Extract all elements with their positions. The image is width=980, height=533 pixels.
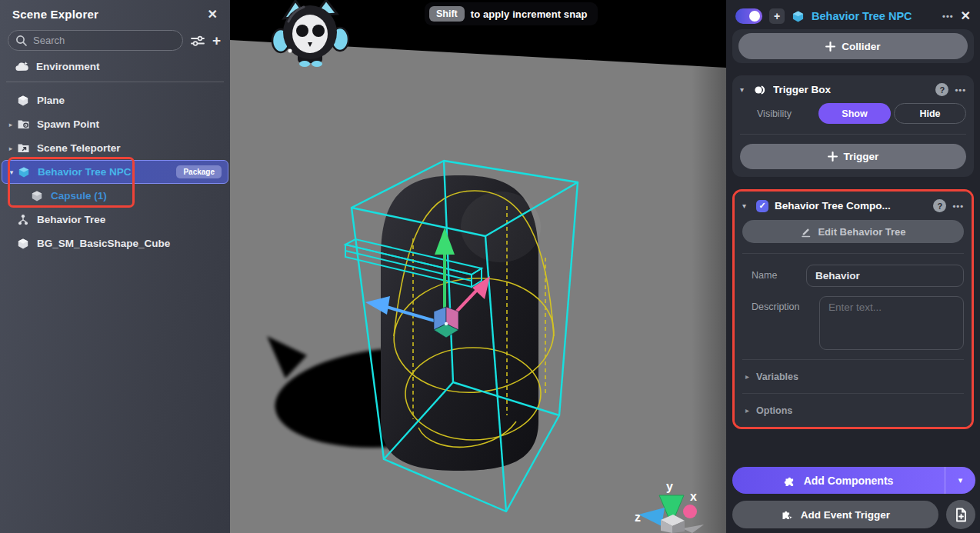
pencil-icon (800, 226, 812, 238)
inspector-actions: Add Components ▾ Add Event Trigger (732, 467, 975, 529)
cube-icon (18, 165, 31, 178)
chevron-down-icon[interactable]: ▾ (740, 85, 748, 94)
add-script-button[interactable] (946, 500, 975, 529)
teleporter-icon (17, 142, 30, 155)
scene-explorer-panel: Scene Explorer ✕ + (0, 0, 230, 533)
more-options-icon[interactable]: ••• (952, 202, 964, 211)
cube-icon (17, 94, 30, 107)
add-trigger-button[interactable]: Trigger (740, 144, 966, 169)
name-label: Name (742, 265, 806, 287)
sidebar-item-label: Environment (36, 61, 100, 72)
inspector-title: Behavior Tree NPC (812, 10, 935, 22)
add-collider-button[interactable]: Collider (738, 33, 968, 59)
sidebar-item-environment[interactable]: Environment (0, 51, 230, 72)
cube-icon (31, 189, 44, 202)
section-title: Trigger Box (773, 84, 929, 95)
annotation-highlight-behavior-component: ▾ ✓ Behavior Tree Compo... ? ••• Edit Be… (732, 189, 974, 429)
hide-button[interactable]: Hide (894, 103, 966, 124)
file-plus-icon (955, 508, 968, 522)
divider (740, 134, 966, 135)
cube-icon (17, 237, 30, 250)
chevron-right-icon[interactable]: ▸ (5, 121, 17, 128)
package-badge: Package (176, 165, 222, 178)
add-components-button[interactable]: Add Components ▾ (732, 467, 975, 494)
component-checkbox[interactable]: ✓ (756, 200, 768, 212)
name-field[interactable] (806, 265, 964, 287)
sidebar-item-behavior-tree-npc[interactable]: ▾ Behavior Tree NPC Package (2, 160, 228, 184)
trigger-box-card: ▾ Trigger Box ? ••• Visibility Show Hide (732, 75, 974, 177)
axis-x-label: x (690, 490, 697, 503)
cube-icon (792, 10, 805, 23)
inspector-panel: + Behavior Tree NPC ••• ✕ Collider ▾ (726, 0, 980, 533)
environment-icon (15, 61, 29, 72)
editor-window: Scene Explorer ✕ + (0, 0, 980, 533)
spawn-point-icon (17, 118, 30, 131)
divider (742, 253, 964, 254)
sidebar-item-behavior-tree[interactable]: Behavior Tree (2, 208, 228, 232)
collider-card: Collider (732, 29, 974, 63)
sidebar-item-plane[interactable]: Plane (2, 88, 228, 112)
chevron-right-icon: ▸ (745, 406, 749, 415)
sidebar-item-capsule[interactable]: Capsule (1) (2, 184, 228, 208)
plus-icon (825, 42, 835, 52)
viewport-3d[interactable]: y x z (230, 0, 726, 533)
behavior-tree-icon (17, 213, 30, 226)
more-options-icon[interactable]: ••• (942, 12, 954, 21)
chevron-right-icon[interactable]: ▸ (5, 145, 17, 152)
chevron-down-icon[interactable]: ▾ (742, 202, 750, 210)
scene-explorer-header: Scene Explorer ✕ (0, 0, 230, 21)
options-section-toggle[interactable]: ▸ Options (742, 394, 964, 427)
puzzle-icon (784, 474, 797, 487)
variables-section-toggle[interactable]: ▸ Variables (742, 360, 964, 393)
visibility-label: Visibility (757, 108, 818, 119)
panel-title: Scene Explorer (12, 8, 208, 21)
search-input[interactable] (8, 35, 182, 46)
add-event-trigger-button[interactable]: Add Event Trigger (732, 501, 938, 528)
chevron-right-icon: ▸ (745, 372, 749, 381)
add-icon[interactable]: + (769, 8, 785, 24)
sidebar-item-basicshape-cube[interactable]: BG_SM_BasicShape_Cube (2, 232, 228, 255)
divider (6, 82, 224, 82)
add-components-dropdown[interactable]: ▾ (945, 467, 975, 494)
filter-icon[interactable] (191, 35, 205, 47)
enable-toggle[interactable] (735, 8, 762, 24)
search-input-wrap (8, 30, 183, 51)
close-icon[interactable]: ✕ (961, 10, 971, 22)
section-title: Behavior Tree Compo... (775, 200, 927, 212)
add-object-icon[interactable]: + (212, 33, 221, 48)
snap-tooltip: Shift to apply increment snap (425, 2, 598, 25)
sidebar-item-spawn-point[interactable]: ▸ Spawn Point (2, 112, 228, 136)
axis-z-label: z (635, 511, 641, 524)
description-label: Description (742, 296, 819, 350)
chevron-down-icon[interactable]: ▾ (5, 168, 18, 176)
description-field[interactable] (819, 296, 964, 350)
trigger-box-icon (754, 85, 767, 95)
show-button[interactable]: Show (818, 103, 891, 124)
behavior-component-card: ▾ ✓ Behavior Tree Compo... ? ••• Edit Be… (735, 192, 972, 427)
sidebar-item-scene-teleporter[interactable]: ▸ Scene Teleporter (2, 136, 228, 160)
search-icon (15, 35, 28, 47)
help-icon[interactable]: ? (933, 199, 946, 212)
plus-icon (828, 152, 838, 162)
puzzle-arrow-icon (781, 508, 794, 521)
help-icon[interactable]: ? (935, 83, 948, 96)
axis-x-cone[interactable] (683, 505, 697, 518)
edit-behavior-tree-button[interactable]: Edit Behavior Tree (742, 220, 964, 243)
more-options-icon[interactable]: ••• (955, 85, 966, 95)
scene-render: y x z (230, 0, 726, 533)
scene-tree: Plane ▸ Spawn Point ▸ Scene Teleporter (0, 88, 230, 255)
close-icon[interactable]: ✕ (208, 8, 218, 21)
shift-keycap: Shift (429, 6, 465, 22)
inspector-header: + Behavior Tree NPC ••• ✕ (726, 0, 980, 24)
axis-y-label: y (666, 480, 673, 493)
